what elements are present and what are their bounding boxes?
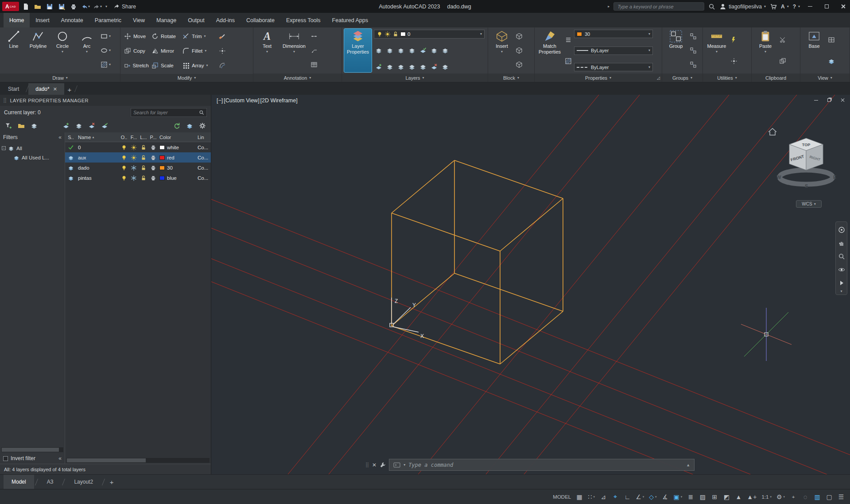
view-panel-label[interactable]: View▾ <box>800 74 850 82</box>
viewport-config-button[interactable] <box>828 36 835 43</box>
set-current-layer-button[interactable] <box>100 121 109 131</box>
new-drawing-tab-button[interactable]: + <box>64 84 75 95</box>
annotation-monitor-toggle[interactable]: + <box>788 492 799 502</box>
file-tab-dado[interactable]: dado* ✕ <box>28 83 64 95</box>
layer-name[interactable]: pintas <box>77 175 119 181</box>
ribbon-tab[interactable]: Collaborate <box>241 13 280 27</box>
block-panel-label[interactable]: Block▾ <box>488 74 534 82</box>
layer-color-swatch[interactable] <box>159 155 165 160</box>
ribbon-tab[interactable]: Output <box>182 13 210 27</box>
plot-button[interactable] <box>68 2 79 12</box>
ribbon-tab[interactable]: Parametric <box>89 13 127 27</box>
layer-plot-icon[interactable] <box>150 165 156 171</box>
command-line-customize-icon[interactable] <box>380 462 386 468</box>
dimension-button[interactable]: Dimension▾ <box>280 29 308 72</box>
ortho-mode-toggle[interactable]: ∟ <box>622 492 633 502</box>
object-color-dropdown[interactable]: 30 ▾ <box>574 30 653 38</box>
search-expand-icon[interactable]: ▸ <box>608 5 609 8</box>
layer-match-icon[interactable] <box>431 47 438 54</box>
plot-style-button[interactable] <box>565 36 572 43</box>
layer-linetype[interactable]: Co... <box>196 165 211 171</box>
new-layout-button[interactable]: + <box>106 475 117 489</box>
autocad-logo[interactable]: ACAD <box>2 2 19 11</box>
layer-lock-icon[interactable] <box>140 175 147 181</box>
orbit-button[interactable] <box>836 263 846 276</box>
layer-walk-icon[interactable] <box>442 63 449 70</box>
layout-tab-model[interactable]: Model <box>4 475 34 489</box>
ribbon-tab[interactable]: Insert <box>30 13 55 27</box>
selection-cycling-toggle[interactable]: ⊞ <box>709 492 720 502</box>
column-color[interactable]: Color <box>158 135 196 140</box>
layer-name[interactable]: 0 <box>77 145 119 150</box>
layer-color-swatch[interactable] <box>159 176 165 180</box>
close-tab-icon[interactable]: ✕ <box>53 86 57 92</box>
help-menu[interactable]: ?▾ <box>793 4 800 10</box>
new-vp-frozen-layer-button[interactable] <box>74 121 84 131</box>
layout-tab-layout2[interactable]: Layout2 <box>66 475 101 489</box>
layers-panel-label[interactable]: Layers▾ <box>342 74 488 82</box>
open-file-button[interactable] <box>32 2 43 12</box>
palette-grip-icon[interactable]: ⣿ <box>3 97 7 103</box>
layer-on-icon[interactable] <box>121 175 127 181</box>
polar-tracking-toggle[interactable]: ∠ ▾ <box>634 492 646 502</box>
toggle-overrides-button[interactable] <box>185 121 194 131</box>
quick-select-button[interactable] <box>730 36 737 43</box>
copy-button[interactable]: Copy <box>123 47 150 55</box>
copy-clip-button[interactable] <box>779 58 786 65</box>
refresh-button[interactable] <box>172 121 182 131</box>
lineweight-dropdown[interactable]: ByLayer ▾ <box>574 47 653 55</box>
layer-row[interactable]: 0 white Co... <box>65 142 211 152</box>
named-views-button[interactable] <box>828 58 835 65</box>
offset-button[interactable] <box>217 61 229 70</box>
wcs-dropdown[interactable]: WCS ▾ <box>796 200 822 208</box>
measure-button[interactable]: Measure▾ <box>705 29 728 72</box>
command-input[interactable]: ▾ Type a command ▲ <box>389 459 695 471</box>
layer-freeze-icon[interactable] <box>131 165 137 171</box>
properties-panel-label[interactable]: Properties▾◿ <box>535 74 662 82</box>
dimension-style-button[interactable] <box>311 33 318 40</box>
hatch-button[interactable]: ▾ <box>101 61 111 68</box>
save-button[interactable] <box>44 2 55 12</box>
doc-restore-button[interactable] <box>826 97 832 103</box>
ribbon-tab[interactable]: Express Tools <box>280 13 326 27</box>
new-group-filter-button[interactable] <box>16 121 26 131</box>
snap-mode-toggle[interactable]: ∷ ▾ <box>586 492 597 502</box>
layer-plot-icon[interactable] <box>150 175 156 181</box>
doc-close-button[interactable] <box>839 97 846 103</box>
column-name[interactable]: Name ▴ <box>77 135 119 140</box>
layer-linetype[interactable]: Co... <box>196 175 211 181</box>
circle-button[interactable]: Circle▾ <box>51 29 74 72</box>
help-search-input[interactable]: Type a keyword or phrase <box>613 2 704 11</box>
account-menu[interactable]: tiagofilipesilva ▾ <box>719 3 766 10</box>
command-options-caret-icon[interactable]: ▾ <box>404 463 405 467</box>
ribbon-tab[interactable]: Home <box>4 13 30 27</box>
layer-previous-icon[interactable] <box>442 47 449 54</box>
layer-freeze-icon[interactable] <box>131 155 137 161</box>
table-horizontal-scrollbar[interactable] <box>66 458 210 463</box>
stretch-button[interactable]: Stretch <box>123 61 150 70</box>
annotation-panel-label[interactable]: Annotation▾ <box>253 74 342 82</box>
layer-lock-tool-icon[interactable] <box>408 47 415 54</box>
collapse-filters-icon[interactable]: « <box>58 134 62 140</box>
isometric-drafting-toggle[interactable]: ◇ ▾ <box>647 492 658 502</box>
recent-commands-icon[interactable]: ▲ <box>686 463 690 467</box>
undo-caret-icon[interactable]: ▾ <box>88 5 90 8</box>
explode-button[interactable] <box>217 47 229 55</box>
zoom-button[interactable] <box>836 250 846 263</box>
pan-button[interactable] <box>836 236 846 250</box>
graphics-performance-toggle[interactable]: ▥ <box>812 492 823 502</box>
leader-button[interactable] <box>311 47 318 54</box>
id-point-button[interactable] <box>730 58 737 65</box>
properties-dialog-launcher-icon[interactable]: ◿ <box>657 76 660 80</box>
full-navigation-wheel-button[interactable] <box>836 223 846 236</box>
viewport-menu-button[interactable]: [−] <box>217 97 223 104</box>
settings-button[interactable] <box>198 121 207 131</box>
layer-unisolate-icon[interactable] <box>408 63 415 70</box>
trim-button[interactable]: Trim▾ <box>181 32 217 41</box>
annotation-scale[interactable]: 1:1 ▾ <box>760 492 773 502</box>
utilities-panel-label[interactable]: Utilities▾ <box>703 74 751 82</box>
model-space-toggle[interactable]: MODEL <box>551 492 573 502</box>
layer-on-icon[interactable] <box>121 165 127 171</box>
ellipse-button[interactable]: ▾ <box>101 47 111 54</box>
column-linetype[interactable]: Lin <box>196 135 211 140</box>
